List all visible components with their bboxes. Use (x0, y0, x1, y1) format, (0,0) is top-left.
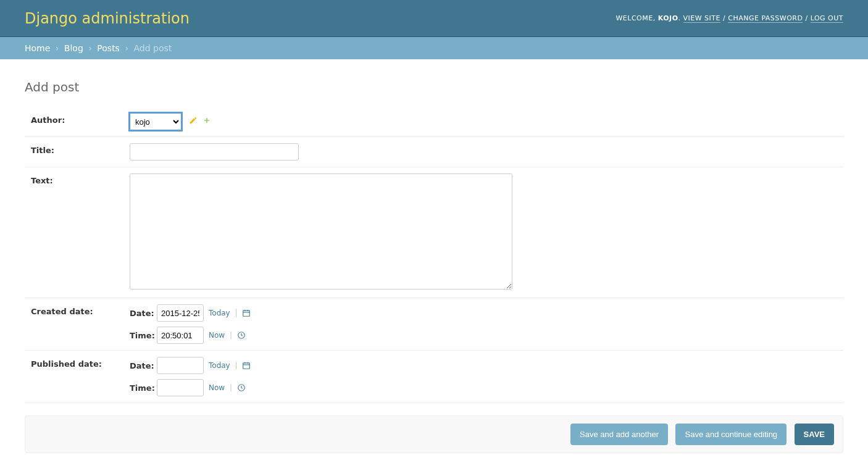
created-date-input[interactable] (157, 304, 204, 322)
created-time-now-link[interactable]: Now (209, 331, 225, 340)
created-date-sublabel: Date: (130, 309, 157, 318)
published-time-sublabel: Time: (130, 383, 157, 393)
breadcrumb-model[interactable]: Posts (97, 43, 120, 53)
breadcrumb-home[interactable]: Home (25, 43, 50, 53)
published-date-today-link[interactable]: Today (209, 361, 230, 370)
form-fieldset: Author: kojo Title: (25, 107, 843, 403)
welcome-text: WELCOME, (616, 14, 657, 22)
calendar-icon[interactable] (242, 361, 251, 370)
submit-row: Save and add another Save and continue e… (25, 415, 843, 453)
form-row-created-date: Created date: Date: Today | Time: (25, 298, 843, 351)
published-time-row: Time: Now | (130, 379, 837, 396)
svg-rect-0 (243, 311, 250, 316)
logout-link[interactable]: LOG OUT (811, 14, 843, 23)
form-row-text: Text: (25, 167, 843, 298)
published-date-sublabel: Date: (130, 361, 157, 370)
published-date-row: Date: Today | (130, 357, 837, 374)
form-row-author: Author: kojo (25, 107, 843, 137)
text-label: Text: (31, 173, 130, 185)
clock-icon[interactable] (237, 331, 246, 340)
published-date-input[interactable] (157, 357, 204, 374)
created-time-sublabel: Time: (130, 331, 157, 340)
published-time-now-link[interactable]: Now (209, 383, 225, 392)
save-add-another-button[interactable]: Save and add another (570, 424, 668, 445)
clock-icon[interactable] (237, 383, 246, 392)
published-time-input[interactable] (157, 379, 204, 396)
username: KOJO (658, 14, 678, 22)
view-site-link[interactable]: VIEW SITE (683, 14, 721, 23)
created-date-today-link[interactable]: Today (209, 309, 230, 317)
change-password-link[interactable]: CHANGE PASSWORD (728, 14, 803, 23)
content: Add post Author: kojo Title (0, 59, 868, 466)
created-date-row: Date: Today | (130, 304, 837, 322)
form-row-title: Title: (25, 137, 843, 167)
svg-rect-5 (243, 363, 250, 369)
save-button[interactable]: SAVE (795, 424, 834, 445)
header: Django administration WELCOME, KOJO. VIE… (0, 0, 868, 37)
created-time-input[interactable] (157, 327, 204, 344)
title-label: Title: (31, 143, 130, 155)
plus-icon[interactable] (202, 116, 211, 127)
published-date-label: Published date: (31, 357, 130, 369)
save-continue-button[interactable]: Save and continue editing (675, 424, 787, 445)
form-row-published-date: Published date: Date: Today | Time: (25, 351, 843, 403)
text-textarea[interactable] (130, 173, 512, 290)
breadcrumb-app[interactable]: Blog (64, 43, 83, 53)
pencil-icon[interactable] (189, 116, 198, 127)
created-date-label: Created date: (31, 304, 130, 316)
breadcrumbs: Home › Blog › Posts › Add post (0, 37, 868, 59)
user-tools: WELCOME, KOJO. VIEW SITE / CHANGE PASSWO… (616, 14, 843, 22)
calendar-icon[interactable] (242, 309, 251, 317)
author-label: Author: (31, 113, 130, 125)
author-select[interactable]: kojo (130, 113, 182, 130)
page-title: Add post (25, 80, 843, 94)
title-input[interactable] (130, 143, 299, 161)
created-time-row: Time: Now | (130, 327, 837, 344)
branding-title[interactable]: Django administration (25, 10, 190, 27)
breadcrumb-current: Add post (133, 43, 172, 53)
